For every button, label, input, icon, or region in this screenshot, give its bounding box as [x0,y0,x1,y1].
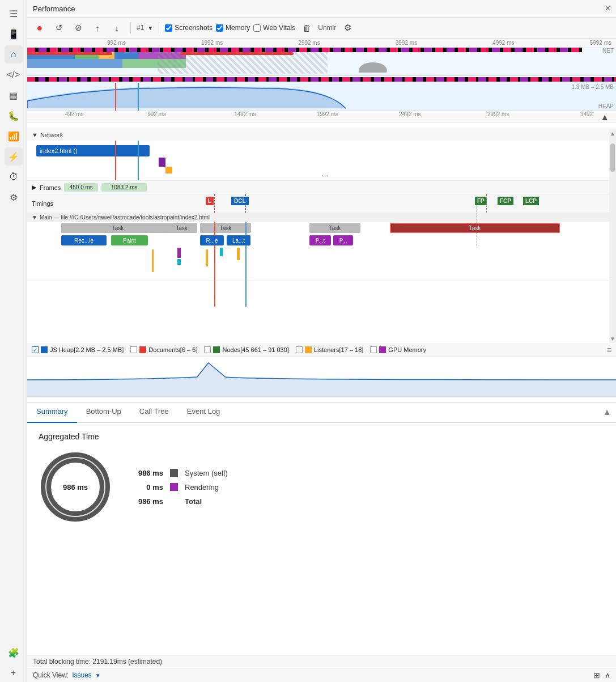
network-section: ▼ Network index2.html () ... [27,129,616,181]
subtask-pt2[interactable]: P... [333,235,353,245]
tab-event-log[interactable]: Event Log [178,403,230,423]
net-label: NET [602,48,614,54]
sidebar-icon-extensions[interactable]: 🧩 [5,643,23,662]
legend-nodes-color [213,346,220,353]
quick-view-label: Quick View: [33,671,69,679]
legend-jsheap-check[interactable]: ✓ [32,346,39,353]
subtask-lat[interactable]: La...t [227,235,250,245]
network-header[interactable]: ▼ Network [27,129,616,141]
detail-bar-2 [177,248,181,258]
main-section: ▼ Main — file:///C:/Users/raweil/astroca… [27,213,616,281]
unmirror-label[interactable]: Unmir [318,24,336,32]
sidebar-icon-device[interactable]: 📱 [5,25,23,43]
network-sub-2 [165,167,172,173]
system-swatch [170,469,178,477]
reload-button[interactable]: ↺ [51,20,67,36]
tab-call-tree[interactable]: Call Tree [130,403,178,423]
summary-panel: Aggregated Time 986 ms 986 ms System (se… [27,423,616,655]
screenshots-checkbox[interactable]: Screenshots [165,24,213,32]
quick-view-arrow[interactable]: ▼ [95,672,101,679]
detail-area[interactable]: ▼ Network index2.html () ... ▶ [27,129,616,343]
dock-icon[interactable]: ⊞ [593,671,600,680]
tab-bottom-up[interactable]: Bottom-Up [77,403,130,423]
legend-listeners[interactable]: Listeners[17 – 18] [296,346,363,353]
main-path-label: Main — file:///C:/Users/raweil/astrocade… [40,214,210,221]
scroll-down-right[interactable]: ▼ [610,336,615,342]
memory-checkbox[interactable]: Memory [216,24,250,32]
memory-svg [27,357,616,403]
tab-summary[interactable]: Summary [27,403,77,423]
chevron-up-icon[interactable]: ∧ [605,671,610,680]
main-triangle[interactable]: ▼ [32,214,37,221]
timing-LCP: LCP [523,197,539,205]
overview-wrapper: 992 ms 1992 ms 2992 ms 3992 ms 4992 ms 5… [27,39,616,129]
task-2[interactable]: Task [166,223,197,233]
scroll-up-btn[interactable]: ▲ [600,112,609,122]
rendering-swatch [170,483,178,491]
frames-triangle[interactable]: ▶ [32,184,36,191]
frames-row: ▶ Frames 450.0 ms 1083.2 ms [27,181,616,194]
legend-nodes[interactable]: Nodes[45 661 – 91 030] [204,346,288,353]
screenshots-row [27,48,582,52]
scroll-thumb[interactable] [610,143,615,172]
subtask-re[interactable]: R...e [200,235,224,245]
sidebar-icon-settings[interactable]: ⚙ [5,188,23,206]
legend-row-rendering: 0 ms Rendering [135,483,228,492]
close-button[interactable]: × [605,3,610,14]
tabs-scroll-up[interactable]: ▲ [598,403,616,422]
upload-button[interactable]: ↑ [90,20,105,36]
legend-scroll-icon[interactable]: ≡ [607,345,611,354]
detail-tick-2492: 2492 ms [399,111,420,117]
settings-button[interactable]: ⚙ [339,20,355,36]
scrollbar-right: ▲ ▼ [609,129,616,343]
trash-button[interactable]: 🗑 [299,20,315,36]
network-item-index2[interactable]: index2.html () [36,145,150,156]
sidebar-icon-network[interactable]: 📶 [5,127,23,145]
main-panel: Performance × ● ↺ ⊘ ↑ ↓ #1 ▼ Screenshots… [27,0,616,682]
legend-documents-check[interactable] [130,346,137,353]
overview-chart[interactable]: 992 ms 1992 ms 2992 ms 3992 ms 4992 ms 5… [27,39,616,129]
web-vitals-checkbox[interactable]: Web Vitals [253,24,295,32]
sidebar-icon-memory[interactable]: ⏱ [5,168,23,186]
tick-1992: 1992 ms [201,40,223,46]
main-header: ▼ Main — file:///C:/Users/raweil/astroca… [27,213,616,222]
sidebar-icon-inspect[interactable]: ☰ [5,5,23,23]
legend-jsheap-color [41,346,48,353]
sidebar-icon-code[interactable]: </> [5,66,23,84]
vline-red-net [115,141,116,180]
subtask-pt1[interactable]: P...t [309,235,331,245]
scroll-up-right[interactable]: ▲ [610,130,615,137]
task-1[interactable]: Task [61,223,175,233]
network-sub-1 [159,158,165,167]
legend-gpu[interactable]: GPU Memory [370,346,426,353]
memory-legend: ✓ JS Heap[2.2 MB – 2.5 MB] Documents[6 –… [27,343,616,357]
sidebar-icon-console[interactable]: ▤ [5,86,23,104]
timing-FP: FP [475,197,487,205]
quick-view-value[interactable]: Issues [72,671,92,679]
legend-gpu-check[interactable] [370,346,377,353]
sidebar-icon-debug[interactable]: 🐛 [5,107,23,125]
frame-block-1: 450.0 ms [64,183,98,192]
rendering-label: Rendering [185,483,219,492]
task-4[interactable]: Task [309,223,360,233]
subtask-paint[interactable]: Paint [111,235,148,245]
task-5-long[interactable]: Task [390,223,560,233]
legend-documents[interactable]: Documents[6 – 6] [130,346,197,353]
task-3[interactable]: Task [200,223,251,233]
download-button[interactable]: ↓ [109,20,125,36]
subtask-recle[interactable]: Rec...le [61,235,107,245]
cpu-curve [356,60,390,73]
record-button[interactable]: ● [32,20,48,36]
overview-time-ruler: 992 ms 1992 ms 2992 ms 3992 ms 4992 ms 5… [27,39,616,48]
sidebar-icon-add[interactable]: + [5,664,23,682]
legend-nodes-check[interactable] [204,346,211,353]
separator-1 [130,22,131,33]
legend-listeners-check[interactable] [296,346,303,353]
quick-view-right: ⊞ ∧ [593,671,610,680]
sidebar-icon-home[interactable]: ⌂ [5,45,23,63]
total-label: Total [185,497,202,506]
legend-jsheap[interactable]: ✓ JS Heap[2.2 MB – 2.5 MB] [32,346,124,353]
sidebar-icon-performance[interactable]: ⚡ [5,147,23,166]
session-dropdown[interactable]: ▼ [147,25,153,31]
clear-button[interactable]: ⊘ [70,20,86,36]
